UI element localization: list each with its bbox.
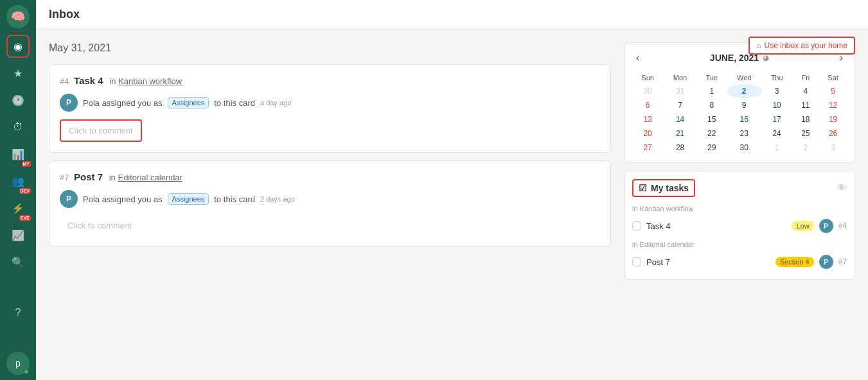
activity-text-before-2: Pola assigned you as: [83, 194, 163, 204]
cal-day-4-3[interactable]: 30: [727, 141, 762, 155]
cal-weekday-sat: Sat: [819, 71, 847, 84]
sidebar-item-inbox[interactable]: ◉: [6, 35, 30, 58]
cal-day-0-6[interactable]: 5: [819, 84, 847, 98]
timestamp-2: 2 days ago: [260, 195, 295, 203]
date-header: May 31, 2021: [49, 42, 611, 54]
cal-day-4-2[interactable]: 29: [697, 141, 727, 155]
card-header-2: #7 Post 7 in Editorial calendar: [60, 171, 600, 182]
cal-day-3-6[interactable]: 26: [819, 126, 847, 141]
bolt-icon: ⚡: [12, 202, 24, 214]
task-name-1: Task 4: [646, 221, 786, 231]
sidebar-item-favorites[interactable]: ★: [6, 62, 30, 85]
cal-day-0-2[interactable]: 1: [697, 84, 727, 98]
dev-badge: DEV: [19, 188, 31, 194]
cal-day-3-1[interactable]: 21: [663, 126, 697, 141]
my-badge: MY: [22, 161, 31, 167]
sidebar-item-reports[interactable]: 📈: [6, 223, 30, 246]
cal-day-4-1[interactable]: 28: [663, 141, 697, 155]
chart-icon: 📊: [12, 148, 24, 160]
reports-icon: 📈: [12, 229, 24, 241]
sidebar-item-dashboard[interactable]: ⏱: [6, 116, 30, 139]
inbox-icon: ◉: [13, 40, 22, 53]
timer-icon: ⏱: [13, 121, 23, 133]
page-title: Inbox: [49, 8, 80, 21]
cal-day-3-3[interactable]: 23: [727, 126, 762, 141]
cal-day-1-4[interactable]: 10: [762, 98, 792, 112]
cal-day-2-1[interactable]: 14: [663, 112, 697, 126]
topbar: Inbox ⌂ Use inbox as your home: [36, 0, 868, 30]
cal-day-1-6[interactable]: 12: [819, 98, 847, 112]
cal-day-1-3[interactable]: 9: [727, 98, 762, 112]
sidebar-item-mywork[interactable]: 📊 MY: [6, 142, 30, 166]
cal-day-1-0[interactable]: 6: [632, 98, 663, 112]
cal-day-2-6[interactable]: 19: [819, 112, 847, 126]
cal-weekday-tue: Tue: [697, 71, 727, 84]
cal-day-2-5[interactable]: 18: [792, 112, 819, 126]
task-checkbox-1[interactable]: [632, 221, 641, 230]
avatar-initials: p: [15, 358, 21, 368]
cal-day-0-4[interactable]: 3: [762, 84, 792, 98]
use-inbox-button[interactable]: ⌂ Use inbox as your home: [748, 37, 855, 55]
sidebar-item-recent[interactable]: 🕐: [6, 89, 30, 112]
team-icon: 👥: [12, 175, 24, 187]
sidebar: 🧠 ◉ ★ 🕐 ⏱ 📊 MY 👥 DEV ⚡ EVE 📈 🔍 ? p: [0, 0, 36, 380]
rss-icon: ◕: [763, 54, 769, 62]
assignee-badge-2: Assignees: [168, 193, 209, 205]
notification-card-1: #4 Task 4 in Kanban workflow P Pola assi…: [49, 64, 611, 153]
clock-icon: 🕐: [12, 94, 24, 107]
cal-weekday-mon: Mon: [663, 71, 697, 84]
cal-day-0-0[interactable]: 30: [632, 84, 663, 98]
cal-day-3-4[interactable]: 24: [762, 126, 792, 141]
cal-weekday-sun: Sun: [632, 71, 663, 84]
sidebar-item-team[interactable]: 👥 DEV: [6, 169, 30, 193]
cal-day-4-4[interactable]: 1: [762, 141, 792, 155]
comment-box-2[interactable]: Click to comment: [60, 216, 600, 236]
card-activity-2: P Pola assigned you as Assignees to this…: [60, 190, 600, 208]
activity-text-before-1: Pola assigned you as: [83, 98, 163, 108]
cal-day-2-3[interactable]: 16: [727, 112, 762, 126]
help-icon: ?: [15, 307, 21, 318]
task-id-1: #4: [838, 221, 847, 230]
cal-day-0-3[interactable]: 2: [727, 84, 762, 98]
card-header-1: #4 Task 4 in Kanban workflow: [60, 75, 600, 86]
calendar-prev-button[interactable]: ‹: [632, 51, 643, 65]
visibility-icon[interactable]: 👁: [837, 182, 847, 194]
task-row-2: Post 7 Section 4 P #7: [632, 252, 847, 272]
comment-box-1[interactable]: Click to comment: [60, 119, 142, 142]
cal-day-0-1[interactable]: 31: [663, 84, 697, 98]
task-avatar-2: P: [819, 255, 833, 269]
cal-day-2-4[interactable]: 17: [762, 112, 792, 126]
app-logo-icon[interactable]: 🧠: [6, 5, 30, 28]
card-context-link-1[interactable]: Kanban workflow: [118, 76, 182, 86]
home-icon: ⌂: [756, 41, 761, 50]
cal-day-4-5[interactable]: 2: [792, 141, 819, 155]
activity-avatar-1: P: [60, 94, 78, 112]
cal-day-2-0[interactable]: 13: [632, 112, 663, 126]
cal-day-2-2[interactable]: 15: [697, 112, 727, 126]
notifications-panel: May 31, 2021 #4 Task 4 in Kanban workflo…: [49, 42, 611, 367]
eve-badge: EVE: [19, 215, 31, 221]
cal-weekday-thu: Thu: [762, 71, 792, 84]
card-context-prefix-2: in: [109, 173, 118, 182]
cal-day-1-1[interactable]: 7: [663, 98, 697, 112]
content-area: May 31, 2021 #4 Task 4 in Kanban workflo…: [36, 30, 868, 380]
cal-day-1-2[interactable]: 8: [697, 98, 727, 112]
task-checkbox-2[interactable]: [632, 257, 641, 266]
cal-day-4-0[interactable]: 27: [632, 141, 663, 155]
card-activity-1: P Pola assigned you as Assignees to this…: [60, 94, 600, 112]
sidebar-item-integrations[interactable]: ⚡ EVE: [6, 196, 30, 220]
user-avatar[interactable]: p: [6, 352, 30, 375]
cal-day-3-0[interactable]: 20: [632, 126, 663, 141]
cal-day-4-6[interactable]: 3: [819, 141, 847, 155]
cal-day-3-5[interactable]: 25: [792, 126, 819, 141]
card-context-link-2[interactable]: Editorial calendar: [118, 173, 182, 182]
main-content: Inbox ⌂ Use inbox as your home May 31, 2…: [36, 0, 868, 380]
notification-card-2: #7 Post 7 in Editorial calendar P Pola a…: [49, 160, 611, 246]
cal-day-3-2[interactable]: 22: [697, 126, 727, 141]
right-panel: ‹ JUNE, 2021 ◕ › Sun Mon Tue Wed: [624, 42, 855, 367]
my-tasks-widget: ☑ My tasks 👁 in Kanban workflow Task 4 L…: [624, 171, 855, 280]
cal-day-0-5[interactable]: 4: [792, 84, 819, 98]
sidebar-item-search[interactable]: 🔍: [6, 250, 30, 273]
sidebar-item-help[interactable]: ?: [6, 301, 30, 324]
cal-day-1-5[interactable]: 11: [792, 98, 819, 112]
